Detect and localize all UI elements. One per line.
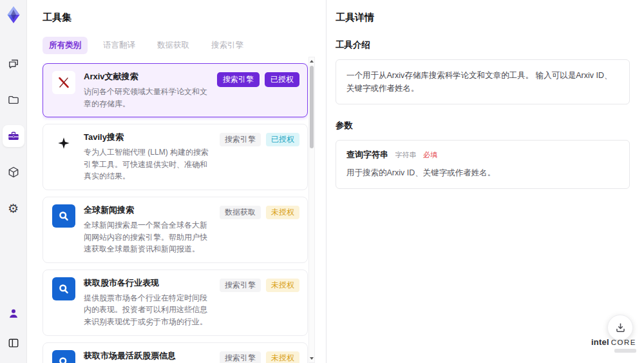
chat-icon <box>7 57 20 70</box>
tab-1[interactable]: 语言翻译 <box>97 37 142 54</box>
scroll-up-icon[interactable] <box>309 58 314 64</box>
param-required-badge: 必填 <box>423 151 437 159</box>
param-description: 用于搜索的Arxiv ID、关键字或作者姓名。 <box>346 166 619 179</box>
category-badge: 搜索引擎 <box>220 351 261 363</box>
sidebar-item-settings[interactable]: ⚙ <box>3 197 24 219</box>
tab-2[interactable]: 数据获取 <box>151 37 196 54</box>
auth-status-badge: 未授权 <box>266 279 299 292</box>
tool-badges: 搜索引擎 未授权 <box>220 350 299 363</box>
download-button[interactable] <box>607 315 633 340</box>
toolbox-icon <box>7 130 20 142</box>
panel-toggle-icon <box>7 337 20 349</box>
tool-description: 提供股票市场各个行业在特定时间段内的表现。投资者可以利用这些信息来识别表现优于或… <box>84 292 211 328</box>
param-name: 查询字符串 <box>346 150 388 159</box>
sidebar-nav: ⚙ <box>3 53 24 219</box>
auth-status-badge: 未授权 <box>266 351 299 363</box>
param-box: 查询字符串 字符串 必填 用于搜索的Arxiv ID、关键字或作者姓名。 <box>336 140 630 189</box>
auth-status-badge: 未授权 <box>266 206 299 219</box>
tool-badges: 搜索引擎 未授权 <box>220 277 299 328</box>
tool-detail-panel: 工具详情 工具介绍 一个用于从Arxiv存储库搜索科学论文和文章的工具。 输入可… <box>327 0 644 363</box>
tool-name: Tavily搜索 <box>84 132 211 143</box>
sidebar-item-account[interactable] <box>3 302 24 324</box>
list-scrollbar[interactable] <box>308 57 315 363</box>
app-window: ⚙ 工具集 所有类别语言翻译数据获取搜索引擎 Arxiv文献 <box>0 0 644 363</box>
tool-list-item[interactable]: 获取股市各行业表现 提供股票市场各个行业在特定时间段内的表现。投资者可以利用这些… <box>43 270 308 336</box>
brand-sub-mark <box>614 349 636 353</box>
tool-badges: 数据获取 未授权 <box>220 204 299 255</box>
tool-badges: 搜索引擎 已授权 <box>220 132 299 182</box>
intro-heading: 工具介绍 <box>336 39 630 51</box>
scroll-down-icon[interactable] <box>309 355 314 362</box>
cube-icon <box>7 166 20 179</box>
page-title: 工具集 <box>43 12 326 24</box>
sidebar: ⚙ <box>0 0 27 363</box>
search-app-icon <box>52 277 75 300</box>
tools-panel: 工具集 所有类别语言翻译数据获取搜索引擎 Arxiv文献搜索 访问各个研究领域大… <box>27 0 327 363</box>
intro-text: 一个用于从Arxiv存储库搜索科学论文和文章的工具。 输入可以是Arxiv ID… <box>346 71 612 93</box>
category-badge: 搜索引擎 <box>220 279 261 292</box>
intro-box: 一个用于从Arxiv存储库搜索科学论文和文章的工具。 输入可以是Arxiv ID… <box>336 59 630 104</box>
sidebar-bottom <box>3 302 24 354</box>
tool-list-item[interactable]: Arxiv文献搜索 访问各个研究领域大量科学论文和文章的存储库。 搜索引擎 已授… <box>43 63 308 117</box>
category-tabs: 所有类别语言翻译数据获取搜索引擎 <box>43 37 326 54</box>
tool-badges: 搜索引擎 已授权 <box>217 71 299 110</box>
arxiv-logo-icon <box>52 71 75 94</box>
param-type: 字符串 <box>395 151 416 159</box>
tavily-star-icon <box>52 132 75 155</box>
auth-status-badge: 已授权 <box>266 133 299 146</box>
category-badge: 数据获取 <box>220 206 261 219</box>
settings-icon: ⚙ <box>8 202 19 215</box>
param-header: 查询字符串 字符串 必填 <box>346 150 619 160</box>
tool-name: Arxiv文献搜索 <box>84 71 209 83</box>
category-badge: 搜索引擎 <box>217 72 260 87</box>
tool-list-item[interactable]: 全球新闻搜索 全球新闻搜索是一个聚合全球各大新闻网站内容的搜索引擎。帮助用户快速… <box>43 197 308 263</box>
params-heading: 参数 <box>336 120 630 132</box>
user-icon <box>7 307 20 320</box>
auth-status-badge: 已授权 <box>265 72 299 87</box>
tool-list-item[interactable]: 获取市场最活跃股票信息 提供当天交易量最高的股票列表。投资者可以利用这些信息来识… <box>43 342 308 363</box>
search-app-icon <box>52 204 75 228</box>
core-wordmark: CORE <box>611 338 636 346</box>
download-icon <box>614 322 627 334</box>
tab-3[interactable]: 搜索引擎 <box>205 37 250 54</box>
tool-name: 全球新闻搜索 <box>84 204 211 216</box>
app-logo-icon <box>4 5 23 25</box>
tool-name: 获取股市各行业表现 <box>84 277 211 289</box>
tab-all-categories[interactable]: 所有类别 <box>43 37 88 54</box>
tool-description: 访问各个研究领域大量科学论文和文章的存储库。 <box>84 86 209 110</box>
intel-wordmark: intel <box>591 337 609 347</box>
sidebar-item-files[interactable] <box>3 89 24 111</box>
category-badge: 搜索引擎 <box>220 133 261 146</box>
tool-list-item[interactable]: Tavily搜索 专为人工智能代理 (LLM) 构建的搜索引擎工具。可快速提供实… <box>43 124 308 190</box>
scrollbar-thumb[interactable] <box>310 66 314 148</box>
intel-core-logo: intelCORE <box>591 338 636 353</box>
sidebar-item-packages[interactable] <box>3 161 24 183</box>
tool-description: 全球新闻搜索是一个聚合全球各大新闻网站内容的搜索引擎。帮助用户快速获取全球最新资… <box>84 219 211 255</box>
folder-icon <box>7 93 20 106</box>
sidebar-item-collapse[interactable] <box>3 332 24 354</box>
tool-name: 获取市场最活跃股票信息 <box>84 350 211 362</box>
sidebar-item-chat[interactable] <box>3 53 24 75</box>
tools-list: Arxiv文献搜索 访问各个研究领域大量科学论文和文章的存储库。 搜索引擎 已授… <box>43 63 308 363</box>
tool-description: 专为人工智能代理 (LLM) 构建的搜索引擎工具。可快速提供实时、准确和真实的结… <box>84 146 211 182</box>
search-app-icon <box>52 350 75 363</box>
sidebar-item-tools[interactable] <box>3 125 24 147</box>
detail-title: 工具详情 <box>336 12 630 24</box>
